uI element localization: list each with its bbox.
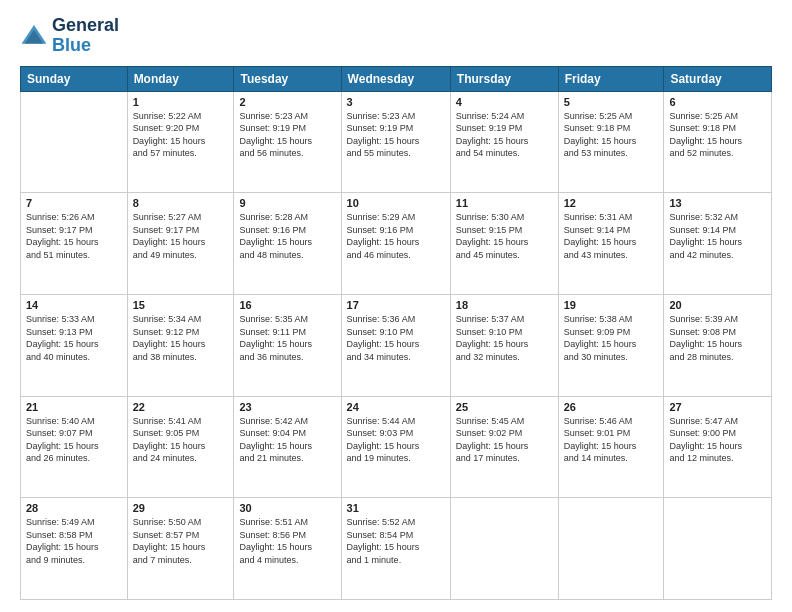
day-info: Sunrise: 5:27 AMSunset: 9:17 PMDaylight:…: [133, 211, 229, 261]
day-number: 31: [347, 502, 445, 514]
day-cell: 17Sunrise: 5:36 AMSunset: 9:10 PMDayligh…: [341, 294, 450, 396]
day-number: 10: [347, 197, 445, 209]
day-number: 5: [564, 96, 659, 108]
day-cell: 22Sunrise: 5:41 AMSunset: 9:05 PMDayligh…: [127, 396, 234, 498]
day-cell: 15Sunrise: 5:34 AMSunset: 9:12 PMDayligh…: [127, 294, 234, 396]
day-number: 26: [564, 401, 659, 413]
day-number: 16: [239, 299, 335, 311]
day-number: 21: [26, 401, 122, 413]
logo-text-blue: Blue: [52, 36, 119, 56]
page: General Blue SundayMondayTuesdayWednesda…: [0, 0, 792, 612]
day-info: Sunrise: 5:34 AMSunset: 9:12 PMDaylight:…: [133, 313, 229, 363]
day-info: Sunrise: 5:35 AMSunset: 9:11 PMDaylight:…: [239, 313, 335, 363]
day-info: Sunrise: 5:39 AMSunset: 9:08 PMDaylight:…: [669, 313, 766, 363]
day-cell: 24Sunrise: 5:44 AMSunset: 9:03 PMDayligh…: [341, 396, 450, 498]
day-info: Sunrise: 5:29 AMSunset: 9:16 PMDaylight:…: [347, 211, 445, 261]
day-cell: 30Sunrise: 5:51 AMSunset: 8:56 PMDayligh…: [234, 498, 341, 600]
day-number: 18: [456, 299, 553, 311]
day-number: 27: [669, 401, 766, 413]
day-cell: 6Sunrise: 5:25 AMSunset: 9:18 PMDaylight…: [664, 91, 772, 193]
day-cell: 27Sunrise: 5:47 AMSunset: 9:00 PMDayligh…: [664, 396, 772, 498]
day-cell: 2Sunrise: 5:23 AMSunset: 9:19 PMDaylight…: [234, 91, 341, 193]
day-number: 6: [669, 96, 766, 108]
day-info: Sunrise: 5:47 AMSunset: 9:00 PMDaylight:…: [669, 415, 766, 465]
day-cell: 7Sunrise: 5:26 AMSunset: 9:17 PMDaylight…: [21, 193, 128, 295]
day-cell: 10Sunrise: 5:29 AMSunset: 9:16 PMDayligh…: [341, 193, 450, 295]
day-number: 7: [26, 197, 122, 209]
day-info: Sunrise: 5:26 AMSunset: 9:17 PMDaylight:…: [26, 211, 122, 261]
day-info: Sunrise: 5:24 AMSunset: 9:19 PMDaylight:…: [456, 110, 553, 160]
day-cell: [450, 498, 558, 600]
day-cell: 18Sunrise: 5:37 AMSunset: 9:10 PMDayligh…: [450, 294, 558, 396]
day-cell: 8Sunrise: 5:27 AMSunset: 9:17 PMDaylight…: [127, 193, 234, 295]
day-info: Sunrise: 5:40 AMSunset: 9:07 PMDaylight:…: [26, 415, 122, 465]
day-info: Sunrise: 5:28 AMSunset: 9:16 PMDaylight:…: [239, 211, 335, 261]
day-cell: 14Sunrise: 5:33 AMSunset: 9:13 PMDayligh…: [21, 294, 128, 396]
day-cell: 9Sunrise: 5:28 AMSunset: 9:16 PMDaylight…: [234, 193, 341, 295]
logo-icon: [20, 22, 48, 50]
day-info: Sunrise: 5:44 AMSunset: 9:03 PMDaylight:…: [347, 415, 445, 465]
day-info: Sunrise: 5:31 AMSunset: 9:14 PMDaylight:…: [564, 211, 659, 261]
day-cell: [21, 91, 128, 193]
day-cell: 21Sunrise: 5:40 AMSunset: 9:07 PMDayligh…: [21, 396, 128, 498]
day-cell: 20Sunrise: 5:39 AMSunset: 9:08 PMDayligh…: [664, 294, 772, 396]
day-cell: 29Sunrise: 5:50 AMSunset: 8:57 PMDayligh…: [127, 498, 234, 600]
day-number: 17: [347, 299, 445, 311]
calendar: SundayMondayTuesdayWednesdayThursdayFrid…: [20, 66, 772, 600]
day-cell: 28Sunrise: 5:49 AMSunset: 8:58 PMDayligh…: [21, 498, 128, 600]
header-day-friday: Friday: [558, 66, 664, 91]
day-cell: 13Sunrise: 5:32 AMSunset: 9:14 PMDayligh…: [664, 193, 772, 295]
day-cell: 31Sunrise: 5:52 AMSunset: 8:54 PMDayligh…: [341, 498, 450, 600]
day-number: 11: [456, 197, 553, 209]
week-row-3: 21Sunrise: 5:40 AMSunset: 9:07 PMDayligh…: [21, 396, 772, 498]
day-cell: 19Sunrise: 5:38 AMSunset: 9:09 PMDayligh…: [558, 294, 664, 396]
day-info: Sunrise: 5:25 AMSunset: 9:18 PMDaylight:…: [669, 110, 766, 160]
day-number: 8: [133, 197, 229, 209]
day-info: Sunrise: 5:41 AMSunset: 9:05 PMDaylight:…: [133, 415, 229, 465]
day-cell: 12Sunrise: 5:31 AMSunset: 9:14 PMDayligh…: [558, 193, 664, 295]
header: General Blue: [20, 16, 772, 56]
day-number: 20: [669, 299, 766, 311]
day-number: 29: [133, 502, 229, 514]
week-row-1: 7Sunrise: 5:26 AMSunset: 9:17 PMDaylight…: [21, 193, 772, 295]
day-number: 28: [26, 502, 122, 514]
day-cell: 11Sunrise: 5:30 AMSunset: 9:15 PMDayligh…: [450, 193, 558, 295]
day-number: 22: [133, 401, 229, 413]
header-day-tuesday: Tuesday: [234, 66, 341, 91]
week-row-4: 28Sunrise: 5:49 AMSunset: 8:58 PMDayligh…: [21, 498, 772, 600]
day-cell: 1Sunrise: 5:22 AMSunset: 9:20 PMDaylight…: [127, 91, 234, 193]
header-day-wednesday: Wednesday: [341, 66, 450, 91]
header-row: SundayMondayTuesdayWednesdayThursdayFrid…: [21, 66, 772, 91]
day-number: 25: [456, 401, 553, 413]
day-cell: 23Sunrise: 5:42 AMSunset: 9:04 PMDayligh…: [234, 396, 341, 498]
header-day-monday: Monday: [127, 66, 234, 91]
week-row-0: 1Sunrise: 5:22 AMSunset: 9:20 PMDaylight…: [21, 91, 772, 193]
day-number: 30: [239, 502, 335, 514]
day-number: 1: [133, 96, 229, 108]
day-number: 23: [239, 401, 335, 413]
day-number: 15: [133, 299, 229, 311]
day-info: Sunrise: 5:30 AMSunset: 9:15 PMDaylight:…: [456, 211, 553, 261]
day-info: Sunrise: 5:32 AMSunset: 9:14 PMDaylight:…: [669, 211, 766, 261]
day-info: Sunrise: 5:25 AMSunset: 9:18 PMDaylight:…: [564, 110, 659, 160]
day-info: Sunrise: 5:46 AMSunset: 9:01 PMDaylight:…: [564, 415, 659, 465]
day-number: 9: [239, 197, 335, 209]
day-info: Sunrise: 5:37 AMSunset: 9:10 PMDaylight:…: [456, 313, 553, 363]
week-row-2: 14Sunrise: 5:33 AMSunset: 9:13 PMDayligh…: [21, 294, 772, 396]
day-info: Sunrise: 5:36 AMSunset: 9:10 PMDaylight:…: [347, 313, 445, 363]
logo-text-general: General: [52, 16, 119, 36]
header-day-sunday: Sunday: [21, 66, 128, 91]
day-cell: 3Sunrise: 5:23 AMSunset: 9:19 PMDaylight…: [341, 91, 450, 193]
day-info: Sunrise: 5:42 AMSunset: 9:04 PMDaylight:…: [239, 415, 335, 465]
day-cell: [558, 498, 664, 600]
day-cell: [664, 498, 772, 600]
day-number: 4: [456, 96, 553, 108]
day-info: Sunrise: 5:51 AMSunset: 8:56 PMDaylight:…: [239, 516, 335, 566]
header-day-saturday: Saturday: [664, 66, 772, 91]
day-cell: 26Sunrise: 5:46 AMSunset: 9:01 PMDayligh…: [558, 396, 664, 498]
day-info: Sunrise: 5:52 AMSunset: 8:54 PMDaylight:…: [347, 516, 445, 566]
day-number: 14: [26, 299, 122, 311]
day-cell: 16Sunrise: 5:35 AMSunset: 9:11 PMDayligh…: [234, 294, 341, 396]
day-cell: 25Sunrise: 5:45 AMSunset: 9:02 PMDayligh…: [450, 396, 558, 498]
day-info: Sunrise: 5:33 AMSunset: 9:13 PMDaylight:…: [26, 313, 122, 363]
